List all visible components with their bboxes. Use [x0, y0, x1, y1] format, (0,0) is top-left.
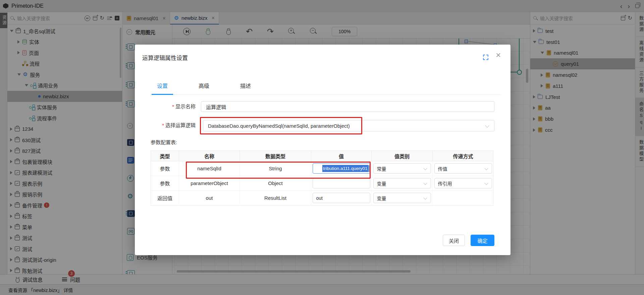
param-header-cell: 值类别: [372, 151, 433, 161]
param-type-cell: 参数: [151, 176, 179, 190]
param-table-header: 类型名称数据类型值值类别传递方式: [151, 151, 493, 161]
dialog-close-icon[interactable]: ×: [496, 51, 501, 59]
param-table-row: 返回值outResultListout变量: [151, 191, 493, 205]
chevron-down-icon: [485, 123, 489, 128]
param-header-cell: 数据类型: [240, 151, 311, 161]
param-type-cell: 返回值: [151, 191, 179, 205]
category-select[interactable]: 变量: [373, 193, 431, 203]
close-button[interactable]: 关闭: [443, 235, 465, 246]
param-pass-cell: [433, 191, 493, 205]
display-name-input[interactable]: 运算逻辑: [201, 101, 494, 112]
pass-select[interactable]: 传引用: [434, 178, 492, 188]
param-table-caption: 参数配置表:: [151, 138, 177, 145]
logic-select-label: *选择运算逻辑: [135, 120, 196, 131]
param-pass-cell: 传值: [433, 161, 493, 176]
param-header-cell: 类型: [151, 151, 179, 161]
category-select[interactable]: 常量: [373, 163, 431, 174]
param-header-cell: 传递方式: [433, 151, 493, 161]
dialog-tabs: 设置 高级 描述: [152, 81, 500, 95]
pass-select[interactable]: 传值: [434, 163, 492, 174]
dialog-title: 运算逻辑属性设置: [142, 53, 188, 62]
param-header-cell: 名称: [179, 151, 240, 161]
app-window: Primeton-IDE ‹ › 资源 输入关键字搜索 AI ↻ A 1_命名s…: [0, 0, 644, 295]
logic-properties-dialog: 运算逻辑属性设置 × 设置 高级 描述 *显示名称 运算逻辑 *选择运算逻辑 D…: [135, 45, 511, 255]
chevron-down-icon: [423, 181, 427, 185]
chevron-down-icon: [484, 166, 488, 170]
param-value-cell: out: [311, 191, 372, 205]
display-name-label: *显示名称: [135, 101, 196, 112]
param-type-cell: 参数: [151, 161, 179, 176]
ok-button[interactable]: 确定: [471, 235, 494, 246]
annotation-box-logic: [200, 117, 362, 134]
tab-description[interactable]: 描述: [235, 81, 256, 94]
param-name-cell: out: [179, 191, 240, 205]
param-category-cell: 变量: [372, 176, 433, 190]
param-value-input[interactable]: out: [313, 193, 370, 203]
param-value-input[interactable]: [313, 178, 370, 188]
param-data_type-cell: ResultList: [240, 191, 311, 205]
param-category-cell: 常量: [372, 161, 433, 176]
param-category-cell: 变量: [372, 191, 433, 205]
chevron-down-icon: [423, 166, 427, 170]
chevron-down-icon: [484, 181, 488, 185]
param-header-cell: 值: [311, 151, 372, 161]
annotation-box-row: [186, 162, 371, 179]
tab-settings[interactable]: 设置: [152, 81, 173, 94]
dialog-expand-icon[interactable]: [483, 55, 488, 60]
category-select[interactable]: 变量: [373, 178, 431, 188]
tab-advanced[interactable]: 高级: [193, 81, 215, 94]
param-pass-cell: 传引用: [433, 176, 493, 190]
chevron-down-icon: [423, 196, 427, 199]
